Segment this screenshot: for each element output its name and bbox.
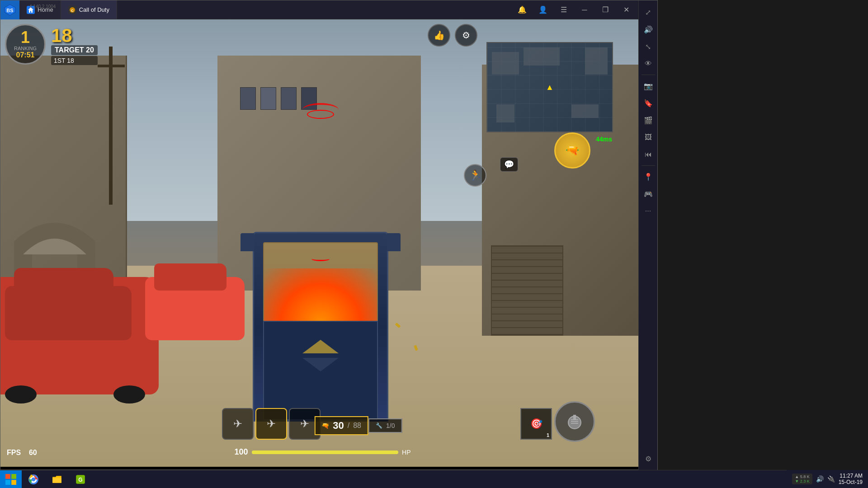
svg-text:G: G xyxy=(78,477,82,483)
menu-btn[interactable]: ☰ xyxy=(553,0,574,19)
bluestacks-window: BS 4.140.2.1004 Home C xyxy=(0,0,658,470)
settings-btn[interactable]: ⚙ xyxy=(455,24,477,47)
graphics-taskbar-btn[interactable]: G xyxy=(70,470,91,488)
expand-sidebar-btn[interactable]: ⤢ xyxy=(640,4,656,20)
car-cabin xyxy=(14,268,113,309)
date-display: 15-Oct-19 xyxy=(839,479,863,485)
minimap-building-5 xyxy=(571,104,599,118)
title-bar: BS 4.140.2.1004 Home C xyxy=(0,0,657,19)
equip-count: 1 xyxy=(547,432,549,438)
network-stats: ▲ 5.8 K ▼ 2.3 K xyxy=(792,474,812,484)
rank-time: 07:51 xyxy=(16,51,35,59)
garage-lines xyxy=(492,246,562,335)
windows-logo-icon xyxy=(5,474,16,485)
sight-glass xyxy=(263,242,378,324)
weapon-body xyxy=(263,321,378,420)
grenade-btn[interactable] xyxy=(554,401,595,442)
hud-topright-icons: 👍 ⚙ xyxy=(428,24,477,47)
hp-bar xyxy=(252,450,399,454)
secondary-ammo: 1/0 xyxy=(386,422,395,429)
car-left xyxy=(0,277,159,394)
taskbar: G ▲ 5.8 K ▼ 2.3 K 🔊 🔌 11:27 AM 15-Oct-19 xyxy=(0,470,868,488)
location-sidebar-btn[interactable]: 📍 xyxy=(640,169,656,185)
sprint-btn[interactable]: 🏃 xyxy=(464,164,486,187)
sight-flame xyxy=(264,268,377,323)
hp-bar-container: 100 HP xyxy=(230,447,411,457)
volume-sidebar-btn[interactable]: 🔊 xyxy=(640,21,656,38)
notification-btn[interactable]: 🔔 xyxy=(512,0,533,19)
folder-icon xyxy=(52,474,62,485)
controls-sidebar-btn[interactable]: 🎮 xyxy=(640,186,656,202)
bookmark-sidebar-btn[interactable]: 🔖 xyxy=(640,95,656,111)
cod-tab-label: Call of Duty xyxy=(79,6,109,13)
chrome-taskbar-btn[interactable] xyxy=(23,470,44,488)
pole-crossbar xyxy=(98,65,125,67)
car-wheel-rear xyxy=(113,385,145,404)
eye-sidebar-btn[interactable]: 👁 xyxy=(640,56,656,72)
minimap-building-2 xyxy=(524,47,560,66)
svg-rect-13 xyxy=(5,480,10,485)
minimize-btn[interactable]: ─ xyxy=(574,0,595,19)
screenshot-sidebar-btn[interactable]: ⤡ xyxy=(640,38,656,55)
svg-text:BS: BS xyxy=(6,8,13,13)
weapon-triangle-bottom xyxy=(302,358,339,371)
files-taskbar-btn[interactable] xyxy=(46,470,68,488)
restore-btn[interactable]: ❐ xyxy=(595,0,616,19)
media-sidebar-btn[interactable]: 🎬 xyxy=(640,112,656,128)
secondary-weapon-box: 🔧 1/0 xyxy=(368,418,402,433)
speaker-icon[interactable]: 🔊 xyxy=(816,475,824,483)
picture-sidebar-btn[interactable]: 🖼 xyxy=(640,129,656,145)
more-sidebar-btn[interactable]: ··· xyxy=(640,203,656,219)
hp-label: HP xyxy=(402,449,410,456)
minimap-building-1 xyxy=(492,52,519,75)
fps-counter: FPS 60 xyxy=(7,449,37,457)
replay-sidebar-btn[interactable]: ⏮ xyxy=(640,146,656,163)
chat-btn[interactable]: 💬 xyxy=(500,157,518,172)
hud-topleft: 1 RANKING 07:51 18 TARGET 20 1ST 18 xyxy=(5,24,98,65)
ammo-current: 30 xyxy=(333,420,344,432)
bluestacks-version: 4.140.2.1004 xyxy=(29,4,56,9)
score-labels: TARGET 20 1ST 18 xyxy=(51,45,98,65)
rank-number: 1 xyxy=(21,29,30,46)
account-btn[interactable]: 👤 xyxy=(533,0,553,19)
minimap-inner: ▲ xyxy=(487,43,612,131)
bluestacks-logo-icon: BS xyxy=(4,4,16,16)
svg-text:C: C xyxy=(71,9,74,13)
clock: 11:27 AM 15-Oct-19 xyxy=(839,473,863,485)
taskbar-right: ▲ 5.8 K ▼ 2.3 K 🔊 🔌 11:27 AM 15-Oct-19 xyxy=(787,470,868,488)
chrome-icon xyxy=(28,474,39,485)
fps-value: 60 xyxy=(29,449,37,456)
network-download: ▼ 2.3 K xyxy=(795,479,809,483)
minimap: ▲ 44ms xyxy=(486,42,613,132)
network-upload: ▲ 5.8 K xyxy=(795,474,809,479)
weapon-switch-circle[interactable]: 🔫 xyxy=(554,132,590,169)
thumbsup-btn[interactable]: 👍 xyxy=(428,24,450,47)
sidebar-divider-2 xyxy=(642,165,655,166)
action-icon-1[interactable]: ✈ xyxy=(222,408,254,440)
weapon-model-icon: 🔫 xyxy=(321,422,329,429)
record-sidebar-btn[interactable]: 📷 xyxy=(640,78,656,94)
settings-sidebar-btn[interactable]: ⚙ xyxy=(640,450,656,467)
action-icon-2[interactable]: ✈ xyxy=(255,408,287,440)
sight-wing-left xyxy=(241,233,254,251)
garage-door xyxy=(491,245,563,336)
hp-number: 100 xyxy=(230,447,248,457)
time-display: 11:27 AM xyxy=(839,473,863,479)
hp-fill xyxy=(252,450,399,454)
car-mid xyxy=(145,277,245,340)
power-pole xyxy=(109,47,113,205)
weapon-circle-icon: 🔫 xyxy=(566,144,579,157)
close-btn[interactable]: ✕ xyxy=(616,0,637,19)
cod-tab-icon: C xyxy=(68,6,76,14)
battery-icon: 🔌 xyxy=(827,475,835,483)
score-number: 18 xyxy=(51,26,98,45)
tab-call-of-duty[interactable]: C Call of Duty xyxy=(61,0,117,19)
equipment-slot[interactable]: 🎯 1 xyxy=(520,408,552,440)
enemy-arc xyxy=(302,103,339,117)
svg-rect-11 xyxy=(5,474,10,479)
svg-rect-12 xyxy=(11,474,16,479)
bluestacks-logo: BS xyxy=(0,0,19,19)
start-button[interactable] xyxy=(0,470,22,488)
tab-home[interactable]: Home xyxy=(19,0,61,19)
game-viewport[interactable]: 1 RANKING 07:51 18 TARGET 20 1ST 18 👍 ⚙ xyxy=(0,19,640,467)
